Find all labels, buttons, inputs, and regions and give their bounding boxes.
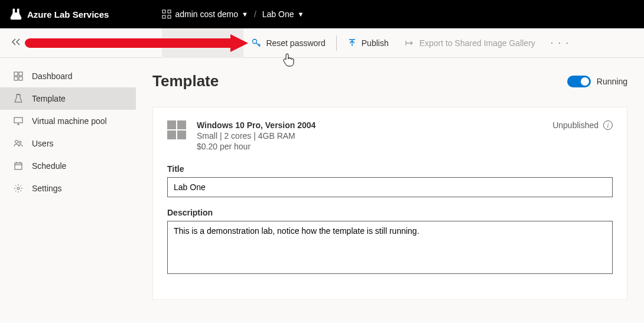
description-label: Description [167,208,613,217]
cursor-pointer-icon [282,53,294,70]
windows-icon [167,120,186,139]
info-icon[interactable]: i [603,120,613,130]
svg-rect-14 [14,118,22,123]
breadcrumb-separator: / [254,9,256,19]
svg-rect-2 [162,15,165,18]
export-icon [405,38,415,48]
sidebar: Dashboard Template Virtual machine pool … [0,58,136,323]
sidebar-item-label: Dashboard [32,71,73,81]
publish-status-label: Unpublished [552,120,599,130]
vm-cost: $0.20 per hour [197,142,316,151]
status-label: Running [597,77,627,86]
chevron-down-icon: ▼ [298,11,304,18]
svg-rect-1 [168,10,171,13]
chevron-double-left-icon [11,38,21,46]
sidebar-item-users[interactable]: Users [0,132,136,155]
reset-password-label: Reset password [266,38,325,48]
export-label: Export to Shared Image Gallery [419,38,535,48]
svg-rect-13 [19,77,22,80]
description-input[interactable] [167,221,613,274]
template-card: Windows 10 Pro, Version 2004 Small | 2 c… [152,107,627,300]
export-button: Export to Shared Image Gallery [397,28,544,58]
svg-point-16 [19,141,21,143]
breadcrumb-lab[interactable]: Lab One ▼ [262,9,304,19]
toolbar-divider [336,35,337,51]
settings-icon [13,183,24,194]
svg-rect-12 [14,77,18,80]
key-icon [252,38,261,48]
chevron-down-icon: ▼ [242,11,248,18]
schedule-icon [13,161,24,171]
toolbar: Stop template Reset password Publish [0,28,644,58]
brand-icon [9,8,22,21]
sidebar-item-schedule[interactable]: Schedule [0,155,136,177]
breadcrumb-org[interactable]: admin cost demo ▼ [162,9,248,19]
sidebar-item-template[interactable]: Template [0,87,136,110]
publish-label: Publish [362,38,389,48]
publish-icon [347,38,357,48]
grid-icon [162,9,171,19]
sidebar-item-dashboard[interactable]: Dashboard [0,65,136,87]
breadcrumb-org-label: admin cost demo [175,9,238,19]
publish-status: Unpublished i [552,120,613,130]
brand-label: Azure Lab Services [27,9,109,19]
svg-rect-17 [15,163,22,169]
title-input[interactable] [167,177,613,197]
annotation-arrow [24,33,248,53]
svg-point-9 [253,39,257,43]
breadcrumb-lab-label: Lab One [262,9,294,19]
page-title: Template [152,72,219,90]
running-toggle[interactable] [567,76,591,87]
vm-pool-icon [13,116,24,126]
vm-spec: Small | 2 cores | 4GB RAM [197,131,316,141]
sidebar-item-label: Users [32,139,54,148]
svg-marker-7 [230,34,248,52]
svg-rect-11 [19,72,22,76]
publish-button[interactable]: Publish [339,28,397,58]
dashboard-icon [13,71,24,81]
content: Template Running Windows 10 Pro, Version… [136,58,644,323]
sidebar-item-label: Template [32,94,66,103]
brand[interactable]: Azure Lab Services [9,8,109,21]
users-icon [13,138,24,149]
sidebar-item-label: Settings [32,184,62,193]
sidebar-item-label: Virtual machine pool [32,116,107,126]
vm-name: Windows 10 Pro, Version 2004 [197,120,316,130]
sidebar-item-label: Schedule [32,161,66,171]
top-header: Azure Lab Services admin cost demo ▼ / L… [0,0,644,28]
svg-rect-10 [14,72,18,76]
title-label: Title [167,164,613,174]
template-icon [13,93,24,104]
svg-point-15 [15,141,18,143]
more-button[interactable]: · · · [544,28,577,58]
status-toggle: Running [567,76,627,87]
svg-rect-0 [162,10,165,13]
sidebar-item-settings[interactable]: Settings [0,177,136,200]
breadcrumb: admin cost demo ▼ / Lab One ▼ [162,9,304,19]
svg-rect-3 [168,15,171,18]
svg-point-18 [17,187,19,190]
sidebar-item-vm-pool[interactable]: Virtual machine pool [0,110,136,132]
collapse-sidebar-button[interactable] [7,34,25,51]
